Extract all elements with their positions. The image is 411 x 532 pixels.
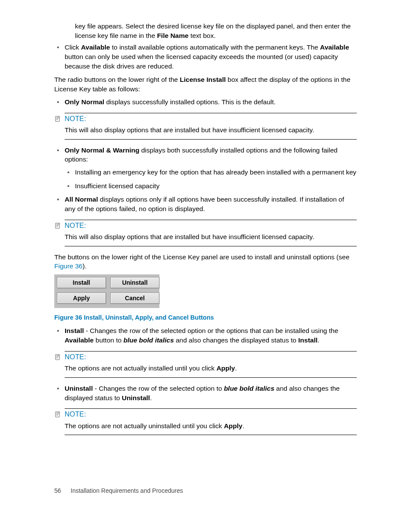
bold: License Install: [180, 76, 226, 83]
note-block: NOTE: The options are not actually unins…: [65, 408, 357, 435]
list-item-all-normal: All Normal displays options only if all …: [54, 195, 357, 213]
note-body: This will also display options that are …: [65, 124, 357, 139]
text: button can only be used when the license…: [65, 53, 338, 70]
note-body: This will also display options that are …: [65, 230, 357, 246]
page-footer: 56 Installation Requirements and Procedu…: [54, 487, 357, 495]
text: displays successfully installed options.…: [104, 98, 276, 106]
bullet-list: Only Normal & Warning displays both succ…: [54, 146, 357, 214]
bold: Apply: [216, 364, 235, 372]
text: .: [318, 336, 319, 344]
note-icon: [54, 115, 61, 122]
text: The options are not actually installed u…: [65, 364, 216, 372]
text: ).: [82, 262, 86, 270]
text: displays options only if all options hav…: [65, 196, 344, 212]
bold: Apply: [224, 422, 243, 429]
note-label: NOTE:: [65, 114, 86, 124]
note-body: The options are not actually installed u…: [65, 362, 357, 377]
text: The options are not actually uninstalled…: [65, 422, 224, 429]
text: The radio buttons on the lower right of …: [54, 76, 180, 83]
bold: Uninstall: [65, 385, 93, 392]
figure-button-panel: Install Uninstall Apply Cancel: [54, 274, 159, 308]
chapter-title: Installation Requirements and Procedures: [71, 487, 183, 494]
bold: Available: [65, 336, 94, 344]
note-icon: [54, 354, 61, 361]
note-label: NOTE:: [65, 410, 86, 419]
note-body: The options are not actually uninstalled…: [65, 420, 357, 435]
list-item-only-normal: Only Normal displays successfully instal…: [54, 97, 357, 107]
bold: Install: [298, 336, 318, 344]
text: .: [150, 394, 152, 401]
text: text box.: [189, 32, 216, 39]
bullet-list: Uninstall - Changes the row of the selec…: [54, 384, 357, 402]
bold-italic: blue bold italics: [224, 385, 274, 392]
text: - Changes the row of the selected option…: [93, 385, 224, 392]
text: Click: [65, 44, 81, 51]
figure-link[interactable]: Figure 36: [54, 262, 82, 270]
bold: Available: [320, 44, 349, 51]
bold: Only Normal & Warning: [65, 146, 139, 154]
nested-list: Installing an emergency key for the opti…: [65, 168, 357, 190]
bold: Only Normal: [65, 98, 104, 106]
sub-bullet-list: Click Available to install available opt…: [54, 43, 357, 71]
continuation-paragraph: key file appears. Select the desired lic…: [75, 22, 357, 40]
install-button[interactable]: Install: [57, 277, 106, 288]
note-label: NOTE:: [65, 221, 86, 230]
list-item: Insufficient licensed capacity: [65, 181, 357, 191]
page-number: 56: [54, 487, 61, 495]
bold: Uninstall: [122, 394, 150, 401]
svg-rect-2: [56, 355, 59, 360]
note-icon: [54, 222, 61, 229]
bold: All Normal: [65, 196, 98, 203]
svg-rect-1: [56, 223, 59, 228]
bold-filename: File Name: [157, 32, 188, 39]
cancel-button[interactable]: Cancel: [110, 292, 159, 304]
svg-rect-3: [56, 412, 59, 417]
bold-italic: blue bold italics: [123, 336, 174, 344]
paragraph: The buttons on the lower right of the Li…: [54, 252, 357, 271]
note-label: NOTE:: [65, 352, 86, 362]
text: - Changes the row of the selected option…: [84, 327, 338, 334]
bullet-list: Install - Changes the row of the selecte…: [54, 326, 357, 345]
text: The buttons on the lower right of the Li…: [54, 253, 349, 261]
figure-caption: Figure 36 Install, Uninstall, Apply, and…: [54, 313, 357, 322]
svg-rect-0: [56, 116, 59, 121]
text: .: [243, 422, 244, 429]
bullet-list: Only Normal displays successfully instal…: [54, 97, 357, 107]
text: button to: [94, 336, 124, 344]
note-block: NOTE: This will also display options tha…: [65, 220, 357, 246]
paragraph: The radio buttons on the lower right of …: [54, 75, 357, 93]
note-block: NOTE: This will also display options tha…: [65, 113, 357, 140]
list-item: Click Available to install available opt…: [54, 43, 357, 71]
note-block: NOTE: The options are not actually insta…: [65, 351, 357, 378]
list-item-install: Install - Changes the row of the selecte…: [54, 326, 357, 345]
apply-button[interactable]: Apply: [57, 292, 106, 304]
text: .: [235, 364, 237, 372]
uninstall-button[interactable]: Uninstall: [110, 277, 159, 288]
list-item: Installing an emergency key for the opti…: [65, 168, 357, 177]
bold: Available: [81, 44, 110, 51]
document-page: key file appears. Select the desired lic…: [0, 0, 411, 513]
list-item-uninstall: Uninstall - Changes the row of the selec…: [54, 384, 357, 402]
bold: Install: [65, 327, 84, 334]
note-icon: [54, 411, 61, 418]
text: to install available options automatical…: [110, 44, 320, 51]
list-item-only-normal-warning: Only Normal & Warning displays both succ…: [54, 146, 357, 191]
text: and also changes the displayed status to: [174, 336, 299, 344]
